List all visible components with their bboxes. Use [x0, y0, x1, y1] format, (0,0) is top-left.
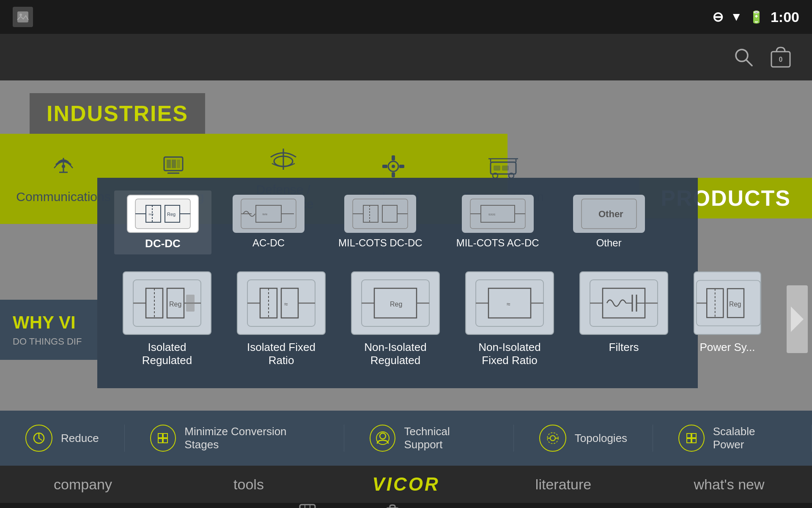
- ac-dc-icon-box: ≈≈: [233, 195, 304, 233]
- subproduct-power-systems[interactable]: Reg Power Sy...: [685, 267, 770, 358]
- nav-whats-new[interactable]: what's new: [646, 468, 812, 501]
- industries-label: INDUSTRIES: [30, 93, 205, 134]
- converter-mil-dc-dc[interactable]: MIL-COTS DC-DC: [326, 190, 435, 254]
- app-nav: Home List ? Help: [0, 503, 812, 508]
- svg-point-106: [376, 432, 389, 444]
- converter-dc-dc[interactable]: ≈≈ Reg DC-DC: [114, 190, 211, 254]
- scalable-icon: [678, 425, 705, 452]
- tools-bar: Reduce Minimize Conversion Stages: [0, 411, 812, 466]
- nav-product-selector[interactable]: ProductSelector: [265, 503, 350, 508]
- status-bar: ⊖ ▼ 🔋 1:00: [0, 0, 812, 34]
- next-products-button[interactable]: [787, 285, 808, 353]
- subproduct-filters[interactable]: Filters: [571, 267, 677, 358]
- svg-rect-104: [163, 439, 167, 443]
- svg-text:Reg: Reg: [729, 301, 741, 308]
- svg-rect-19: [392, 155, 395, 160]
- svg-text:≈: ≈: [507, 301, 510, 308]
- tool-technical-support[interactable]: Technical Support: [344, 425, 514, 452]
- nav-company[interactable]: company: [0, 468, 166, 501]
- svg-rect-112: [692, 433, 696, 438]
- converter-mil-ac-dc[interactable]: ≈≈≈ MIL-COTS AC-DC: [444, 190, 552, 254]
- why-vi-section: WHY VI DO THINGS DIF: [0, 300, 97, 360]
- top-bar: 0: [0, 34, 812, 80]
- isolated-fixed-ratio-card: ≈: [237, 271, 326, 335]
- dc-dc-icon-box: ≈≈ Reg: [127, 195, 199, 233]
- mil-dc-dc-icon-box: [344, 195, 416, 233]
- tool-minimize[interactable]: Minimize Conversion Stages: [125, 425, 344, 452]
- do-things-text: DO THINGS DIF: [13, 336, 85, 347]
- converter-type-row: ≈≈ Reg DC-DC ≈≈: [114, 190, 681, 254]
- svg-text:Reg: Reg: [169, 301, 181, 308]
- subproduct-isolated-fixed-ratio[interactable]: ≈ Isolated Fixed Ratio: [228, 267, 334, 371]
- ac-dc-label: AC-DC: [252, 237, 285, 249]
- svg-text:Reg: Reg: [167, 212, 176, 217]
- svg-rect-20: [392, 172, 395, 177]
- time-display: 1:00: [771, 9, 799, 25]
- nav-tools[interactable]: tools: [166, 468, 332, 501]
- svg-rect-24: [494, 166, 500, 171]
- minimize-label: Minimize Conversion Stages: [184, 425, 318, 451]
- other-icon-box: Other: [573, 195, 645, 233]
- svg-line-100: [39, 438, 42, 440]
- gallery-icon: [13, 7, 33, 27]
- scalable-label: Scalable Power: [713, 425, 786, 451]
- main-content: INDUSTRIES Communications: [0, 80, 812, 466]
- nav-links: company tools VICOR literature what's ne…: [0, 466, 812, 503]
- non-isolated-regulated-label: Non-Isolated Regulated: [351, 341, 440, 367]
- subproduct-isolated-regulated[interactable]: Reg Isolated Regulated: [114, 267, 220, 371]
- mil-ac-dc-label: MIL-COTS AC-DC: [456, 237, 539, 249]
- case-selector-icon: [383, 503, 402, 508]
- svg-text:≈: ≈: [284, 301, 288, 308]
- svg-point-18: [392, 165, 395, 168]
- subproduct-non-isolated-regulated[interactable]: Reg Non-Isolated Regulated: [343, 267, 448, 371]
- tool-reduce[interactable]: Reduce: [0, 425, 125, 452]
- svg-point-6: [62, 165, 65, 168]
- svg-text:≈≈: ≈≈: [148, 212, 154, 217]
- svg-marker-97: [791, 306, 804, 332]
- svg-rect-111: [687, 433, 691, 438]
- svg-text:0: 0: [779, 56, 783, 63]
- mil-ac-dc-icon-box: ≈≈≈: [462, 195, 534, 233]
- filters-card: [579, 271, 668, 335]
- search-button[interactable]: [733, 47, 754, 67]
- defense-icon: [269, 146, 298, 177]
- nav-case-selector[interactable]: CaseSelector: [350, 503, 435, 508]
- nav-literature[interactable]: literature: [480, 468, 646, 501]
- dc-dc-label: DC-DC: [145, 237, 181, 250]
- battery-icon: 🔋: [749, 10, 764, 24]
- mil-dc-dc-label: MIL-COTS DC-DC: [338, 237, 422, 249]
- topologies-label: Topologies: [575, 432, 627, 445]
- reduce-icon: [25, 425, 52, 452]
- svg-text:Other: Other: [598, 209, 623, 219]
- svg-point-105: [380, 433, 386, 439]
- svg-rect-11: [167, 160, 171, 168]
- svg-rect-102: [163, 433, 167, 438]
- svg-rect-12: [172, 160, 176, 168]
- svg-rect-118: [300, 505, 315, 508]
- nav-logo: VICOR: [332, 474, 480, 495]
- subproduct-non-isolated-fixed-ratio[interactable]: ≈ Non-Isolated Fixed Ratio: [457, 267, 562, 371]
- product-selector-icon: [298, 503, 317, 508]
- svg-point-1: [19, 14, 22, 16]
- subproduct-row: Reg Isolated Regulated ≈: [114, 267, 681, 371]
- cart-button[interactable]: 0: [771, 46, 791, 69]
- svg-rect-21: [382, 165, 387, 168]
- industry-communications[interactable]: Communications: [25, 154, 102, 204]
- svg-rect-22: [399, 165, 404, 168]
- why-vi-title: WHY VI: [13, 312, 85, 333]
- non-isolated-regulated-card: Reg: [351, 271, 440, 335]
- tool-scalable[interactable]: Scalable Power: [653, 425, 812, 452]
- tool-topologies[interactable]: Topologies: [514, 425, 653, 452]
- converter-other[interactable]: Other Other: [560, 190, 658, 254]
- svg-rect-113: [687, 439, 691, 443]
- wifi-icon: ▼: [730, 10, 742, 24]
- svg-rect-13: [177, 160, 180, 168]
- svg-rect-103: [158, 439, 162, 443]
- svg-rect-25: [502, 166, 509, 171]
- converter-ac-dc[interactable]: ≈≈ AC-DC: [220, 190, 317, 254]
- svg-text:Reg: Reg: [390, 301, 402, 308]
- technical-support-label: Technical Support: [404, 425, 488, 451]
- topologies-icon: [539, 425, 566, 452]
- communications-label: Communications: [16, 190, 110, 204]
- isolated-regulated-card: Reg: [123, 271, 211, 335]
